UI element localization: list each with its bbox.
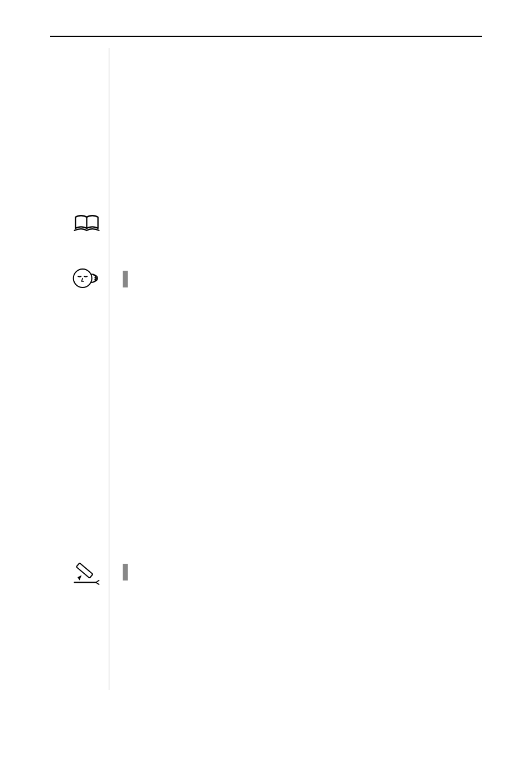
vertical-divider (109, 48, 109, 690)
book-icon (71, 212, 102, 243)
pencil-icon (71, 560, 102, 591)
section-marker-2 (123, 564, 128, 581)
page (0, 0, 532, 758)
section-marker-1 (123, 271, 128, 287)
face-listen-icon (71, 267, 102, 298)
svg-rect-2 (76, 563, 93, 578)
top-horizontal-rule (50, 36, 482, 37)
